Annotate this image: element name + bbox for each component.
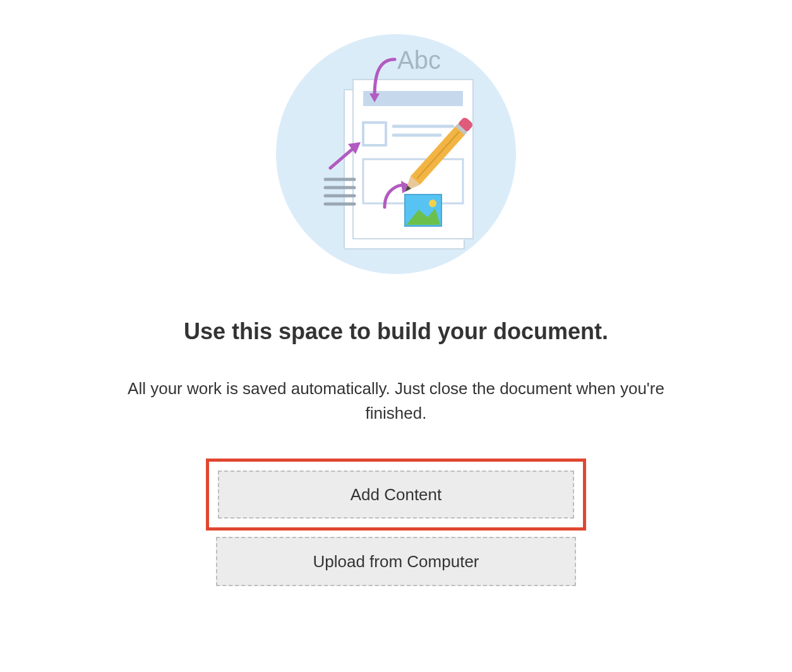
svg-rect-2 [363, 91, 463, 106]
abc-placeholder-text: Abc [397, 46, 441, 74]
upload-from-computer-button[interactable]: Upload from Computer [216, 537, 576, 586]
add-content-highlight: Add Content [206, 459, 586, 531]
svg-point-16 [429, 200, 436, 207]
empty-state-subtext: All your work is saved automatically. Ju… [105, 376, 687, 426]
empty-state-heading: Use this space to build your document. [184, 318, 608, 345]
add-content-button[interactable]: Add Content [218, 471, 574, 519]
document-builder-illustration-icon: Abc [276, 34, 516, 274]
empty-state-illustration: Abc [276, 34, 516, 274]
